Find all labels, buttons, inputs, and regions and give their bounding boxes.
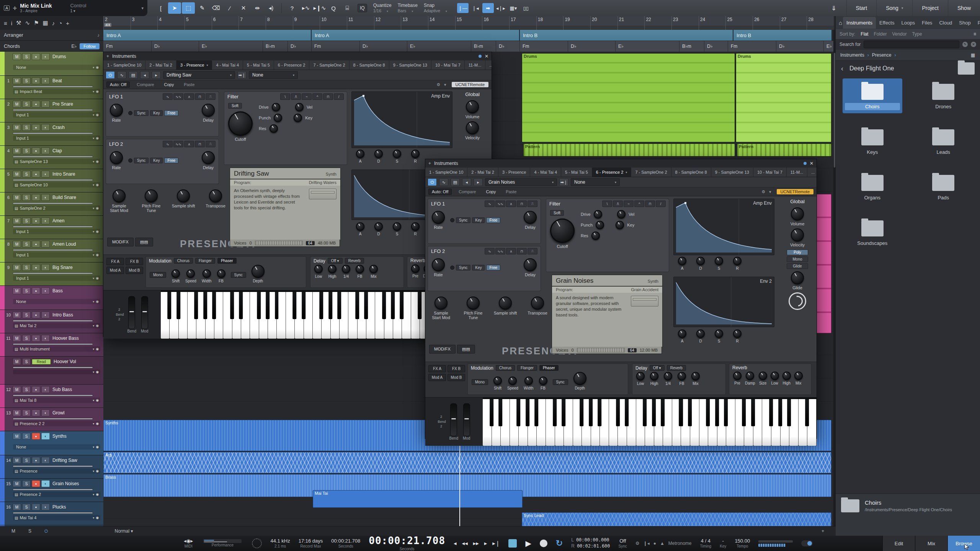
record-arm-button[interactable]: ● — [32, 433, 40, 440]
file-icon[interactable]: ▤ — [451, 178, 460, 186]
chord-cell[interactable]: B♭m — [679, 41, 704, 52]
sort-option[interactable]: Flat — [861, 31, 868, 37]
delay-fb-knob[interactable] — [356, 265, 364, 273]
preset-selector[interactable]: Drifting Saw▾ — [163, 71, 235, 79]
arranger-section[interactable]: Intro A — [312, 30, 520, 41]
monitor-button[interactable]: ◐ — [41, 171, 50, 178]
instrument-selector[interactable]: Presence 2 2 ▾ ◉ — [13, 421, 100, 426]
solo-button[interactable]: S — [22, 241, 31, 248]
volume-slider[interactable] — [13, 395, 93, 396]
piano-black-key[interactable] — [391, 292, 395, 319]
env2-decay-knob[interactable] — [374, 222, 383, 231]
lfo-wave-icon[interactable]: ∿∿ — [173, 141, 183, 147]
instrument-tab[interactable]: 2 - Mai Tai 2 — [145, 60, 176, 70]
curve-icon[interactable]: ∿ — [117, 71, 126, 79]
lfo-wave-icon[interactable]: ⊓ — [517, 201, 527, 207]
track-row[interactable]: 1 M S ● ◐ Beat Impact Beat ▾ ◉ — [0, 76, 103, 99]
attack-knob[interactable] — [356, 150, 364, 158]
velocity-knob[interactable] — [791, 228, 804, 241]
pitch-bend-wheel[interactable] — [450, 403, 457, 436]
lfo-wave-icon[interactable]: ∿∿ — [495, 248, 505, 254]
browser-tab[interactable]: Cloud — [936, 17, 956, 29]
synclead-clip[interactable]: Sync Lead — [522, 512, 831, 526]
wrench-icon[interactable]: ⚒ — [16, 20, 21, 26]
glide-button[interactable]: Glide — [787, 263, 808, 269]
chord-cell[interactable]: Fm — [312, 41, 360, 52]
track-row[interactable]: 7 M S ● ◐ Amen Input 1 ▾ ◉ — [0, 216, 103, 239]
instrument-selector[interactable]: Input 1 ▾ ◉ — [13, 112, 100, 117]
solo-button[interactable]: S — [22, 287, 31, 294]
lfo1-delay-knob[interactable] — [524, 211, 537, 224]
piano-black-key[interactable] — [266, 292, 270, 319]
mute-button[interactable]: M — [13, 287, 21, 294]
instrument-tab[interactable]: 3 - Presence — [498, 168, 530, 177]
piano-black-key[interactable] — [679, 399, 683, 426]
mod-sync-button[interactable]: Sync — [553, 379, 568, 385]
width-knob[interactable] — [203, 269, 211, 278]
auto-mode-button[interactable]: Auto: Off — [106, 82, 130, 88]
keyboard-view-button[interactable]: ▤▤ — [457, 345, 475, 354]
record-arm-button[interactable]: ● — [32, 101, 40, 108]
automation-mode-badge[interactable]: Read — [32, 359, 51, 365]
instrument-tab[interactable]: 8 - SampleOne 8 — [671, 168, 711, 177]
sample-start-mod-knob[interactable] — [434, 297, 448, 310]
track-row[interactable]: 5 M S ● ◐ Intro Snare SampleOne 10 ▾ ◉ — [0, 169, 103, 192]
instrument-tab[interactable]: 6 - Presence 2 — [592, 168, 632, 177]
piano-black-key[interactable] — [805, 399, 809, 426]
gear-icon[interactable]: ⚙ — [761, 189, 765, 194]
chord-cell[interactable]: Fm — [103, 41, 152, 52]
ucnet-remote-button[interactable]: UCNETRemote — [777, 189, 813, 194]
chord-cell[interactable]: D♭ — [152, 41, 199, 52]
monitor-button[interactable]: ◐ — [41, 287, 50, 294]
reverb-size-knob[interactable] — [759, 372, 767, 380]
instrument-tab[interactable]: 11-M... — [465, 60, 485, 70]
decay-knob[interactable] — [696, 257, 705, 265]
soft-button[interactable]: Soft — [550, 210, 564, 216]
transport-nav-button[interactable]: ▸▸ — [473, 540, 479, 547]
piano-black-key[interactable] — [643, 399, 647, 426]
device-dropdown-icon[interactable]: ▾ — [141, 6, 144, 11]
lfo1-key-button[interactable]: Key — [472, 217, 485, 223]
browser-tab[interactable]: Shop — [956, 17, 974, 29]
arranger-section[interactable]: Intro B — [733, 30, 832, 41]
moda-button[interactable]: Mod A — [428, 374, 446, 381]
browser-tab[interactable]: Instruments — [843, 17, 876, 29]
res-knob[interactable] — [270, 124, 278, 133]
instrument-tab[interactable]: 11-M... — [787, 168, 807, 177]
piano-black-key[interactable] — [652, 399, 656, 426]
pattern-clip[interactable]: Pattern — [737, 143, 831, 156]
env2-release-knob[interactable] — [411, 222, 420, 231]
env2-attack-knob[interactable] — [356, 222, 364, 231]
bend-tool-icon[interactable]: ⇹ — [251, 2, 264, 14]
instrument-selector[interactable]: SampleOne 2 ▾ ◉ — [13, 205, 100, 211]
solo-button[interactable]: S — [22, 457, 31, 464]
lfo-wave-icon[interactable]: ⎍ — [528, 201, 537, 207]
volume-slider[interactable] — [13, 133, 93, 134]
add-track-icon[interactable]: + — [66, 20, 69, 26]
delay-fb-knob[interactable] — [678, 372, 686, 380]
add-tab-icon[interactable]: + — [106, 54, 109, 59]
chord-cell[interactable]: Fm — [520, 41, 568, 52]
piano-black-key[interactable] — [625, 399, 629, 426]
volume-slider[interactable] — [13, 249, 93, 251]
sort-option[interactable]: Type — [912, 31, 922, 37]
quantize-selector[interactable]: Quantize 1/16▾ — [373, 3, 392, 13]
piano-black-key[interactable] — [364, 292, 368, 319]
transport-nav-button[interactable]: ◂◂ — [462, 540, 468, 547]
instrument-tab[interactable]: 1 - SampleOne 10 — [103, 60, 145, 70]
mute-button[interactable]: M — [13, 433, 21, 440]
track-row[interactable]: 11 M S ● ◐ Hoover Bass Multi Instrument … — [0, 333, 103, 357]
lfo2-sync-button[interactable]: Sync — [134, 158, 149, 163]
note-icon[interactable]: ♪ — [52, 20, 55, 26]
record-arm-button[interactable]: ● — [32, 287, 40, 294]
decay-knob[interactable] — [374, 150, 383, 158]
metronome-icon[interactable]: ▲ — [660, 541, 665, 546]
copy-button[interactable]: Copy — [161, 82, 177, 87]
reverb-low-knob[interactable] — [771, 372, 779, 380]
filter-shape-icon[interactable]: / — [656, 201, 666, 207]
pin-icon[interactable] — [804, 162, 807, 165]
piano-black-key[interactable] — [616, 399, 620, 426]
release-knob[interactable] — [411, 150, 420, 158]
stop-button[interactable] — [508, 539, 517, 548]
transport-nav-button[interactable]: ▸❘ — [492, 540, 500, 547]
